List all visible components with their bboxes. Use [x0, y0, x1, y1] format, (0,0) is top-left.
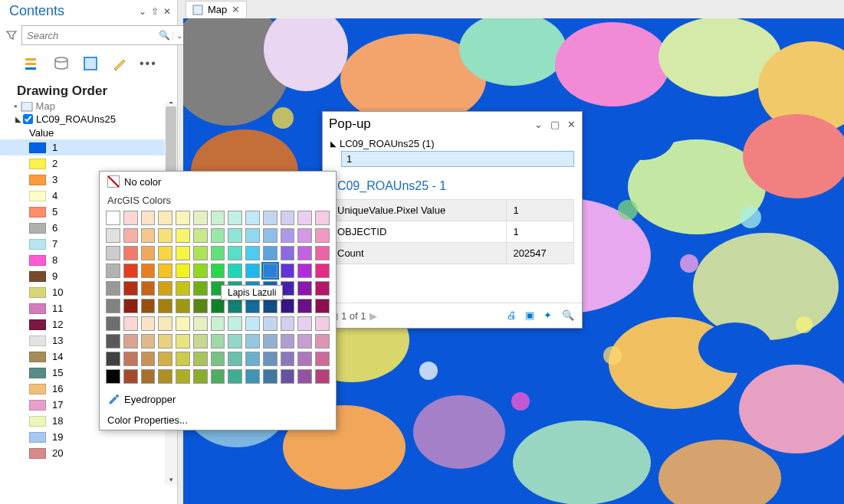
color-cell[interactable] — [193, 281, 208, 296]
zoom-icon[interactable]: 🔍 — [562, 309, 574, 322]
color-cell[interactable] — [211, 246, 225, 260]
color-cell[interactable] — [158, 246, 172, 260]
color-cell[interactable] — [106, 263, 120, 278]
color-cell[interactable] — [193, 299, 208, 313]
map-node[interactable]: ▪ Map — [0, 102, 177, 112]
close-popup-icon[interactable]: ✕ — [567, 119, 576, 130]
color-cell[interactable] — [158, 211, 172, 225]
close-icon[interactable]: ✕ — [163, 6, 171, 17]
color-properties-option[interactable]: Color Properties... — [100, 411, 336, 430]
color-cell[interactable] — [245, 228, 260, 243]
color-cell[interactable] — [297, 281, 312, 296]
layer-node[interactable]: ◣ LC09_ROAUns25 — [0, 112, 177, 126]
expand-icon[interactable]: ◣ — [15, 115, 21, 123]
color-cell[interactable] — [228, 369, 242, 384]
print-icon[interactable]: 🖨 — [507, 309, 519, 322]
color-cell[interactable] — [297, 334, 312, 349]
color-cell[interactable] — [176, 334, 190, 349]
color-cell[interactable] — [263, 299, 278, 313]
color-cell[interactable] — [281, 299, 295, 313]
symbology-swatch[interactable] — [29, 303, 46, 314]
color-cell[interactable] — [176, 246, 190, 260]
color-cell[interactable] — [315, 334, 330, 349]
color-cell[interactable] — [123, 281, 138, 296]
no-color-option[interactable]: No color — [100, 172, 336, 191]
color-cell[interactable] — [123, 369, 138, 384]
color-cell[interactable] — [228, 299, 242, 313]
list-by-editing-icon[interactable] — [110, 54, 129, 73]
color-cell[interactable] — [315, 281, 330, 296]
symbology-item[interactable]: 19 — [0, 429, 177, 445]
symbology-swatch[interactable] — [29, 384, 46, 394]
color-cell[interactable] — [123, 316, 138, 331]
more-views-icon[interactable]: ••• — [140, 57, 157, 70]
color-cell[interactable] — [263, 211, 278, 225]
color-cell[interactable] — [176, 263, 190, 278]
filter-icon[interactable] — [6, 28, 17, 43]
color-cell[interactable] — [315, 316, 330, 331]
color-cell[interactable] — [123, 246, 138, 260]
color-cell[interactable] — [176, 316, 190, 331]
flash-icon[interactable]: ✦ — [544, 309, 556, 322]
color-cell[interactable] — [263, 369, 278, 384]
color-cell[interactable] — [228, 263, 242, 278]
color-cell[interactable] — [228, 211, 242, 225]
color-cell[interactable] — [123, 334, 138, 349]
symbology-swatch[interactable] — [29, 142, 46, 153]
color-cell[interactable] — [158, 281, 172, 296]
color-cell[interactable] — [263, 352, 278, 366]
color-cell[interactable] — [193, 211, 208, 225]
color-cell[interactable] — [297, 263, 312, 278]
chevron-down-icon[interactable]: ⌄ — [139, 6, 146, 17]
color-cell[interactable] — [176, 211, 190, 225]
color-cell[interactable] — [297, 369, 312, 384]
pager-next-icon[interactable]: ▶ — [369, 310, 377, 322]
color-cell[interactable] — [141, 316, 156, 331]
eyedropper-option[interactable]: Eyedropper — [100, 388, 336, 411]
color-cell[interactable] — [141, 281, 156, 296]
color-cell[interactable] — [297, 299, 312, 313]
color-cell[interactable] — [245, 316, 260, 331]
color-cell[interactable] — [263, 246, 278, 260]
symbology-swatch[interactable] — [29, 223, 46, 234]
color-cell[interactable] — [141, 369, 156, 384]
symbology-swatch[interactable] — [29, 191, 46, 201]
color-cell[interactable] — [193, 369, 208, 384]
color-cell[interactable] — [176, 281, 190, 296]
popup-value-input[interactable] — [341, 151, 574, 167]
symbology-swatch[interactable] — [29, 368, 46, 378]
popup-titlebar[interactable]: Pop-up ⌄ ▢ ✕ — [323, 112, 582, 136]
color-cell[interactable] — [211, 334, 225, 349]
color-cell[interactable] — [193, 246, 208, 260]
search-icon[interactable]: 🔍 — [156, 30, 172, 41]
color-cell[interactable] — [297, 211, 312, 225]
color-cell[interactable] — [297, 246, 312, 260]
color-cell[interactable] — [245, 246, 260, 260]
color-cell[interactable] — [158, 228, 172, 243]
map-tab[interactable]: Map ✕ — [186, 1, 247, 18]
symbology-item[interactable]: 1 — [0, 139, 177, 155]
list-by-source-icon[interactable] — [52, 54, 71, 73]
symbology-swatch[interactable] — [29, 400, 46, 411]
color-cell[interactable] — [158, 316, 172, 331]
symbology-swatch[interactable] — [29, 352, 46, 362]
color-cell[interactable] — [211, 263, 225, 278]
color-cell[interactable] — [315, 369, 330, 384]
close-tab-icon[interactable]: ✕ — [232, 4, 240, 15]
color-cell[interactable] — [228, 334, 242, 349]
color-cell[interactable] — [297, 228, 312, 243]
color-cell[interactable] — [281, 228, 295, 243]
search-box[interactable]: 🔍 ⌄ — [21, 25, 188, 45]
color-cell[interactable] — [297, 352, 312, 366]
symbology-swatch[interactable] — [29, 175, 46, 185]
color-cell[interactable] — [158, 352, 172, 366]
expand-icon[interactable]: ◣ — [330, 139, 337, 148]
maximize-icon[interactable]: ▢ — [550, 119, 560, 130]
color-cell[interactable] — [263, 263, 278, 278]
list-by-drawing-order-icon[interactable] — [23, 54, 41, 73]
color-cell[interactable] — [158, 334, 172, 349]
layer-visibility-checkbox[interactable] — [23, 114, 33, 124]
color-cell[interactable] — [315, 228, 330, 243]
color-cell[interactable] — [245, 369, 260, 384]
symbology-item[interactable]: 20 — [0, 445, 177, 461]
